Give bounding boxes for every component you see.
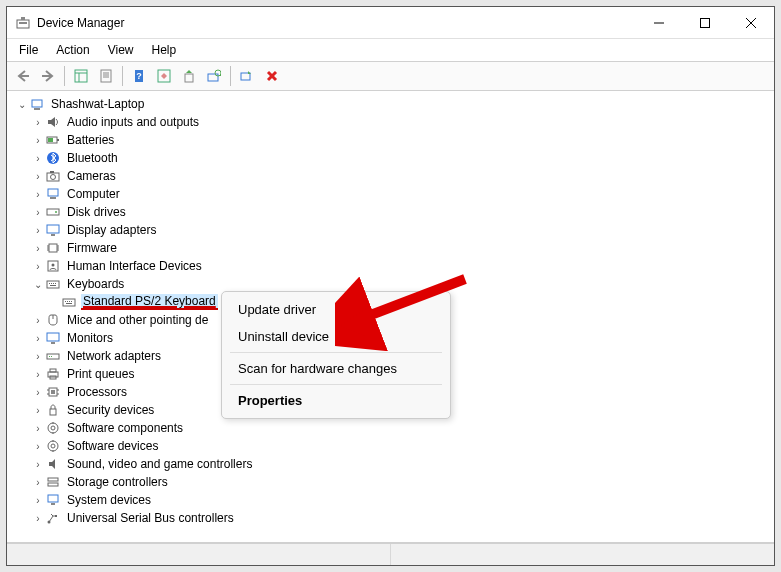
- tree-category-row[interactable]: › Batteries: [31, 131, 772, 149]
- menu-help[interactable]: Help: [144, 41, 185, 59]
- tree-category-row[interactable]: › Cameras: [31, 167, 772, 185]
- expand-icon[interactable]: ›: [31, 513, 45, 524]
- svg-rect-36: [50, 197, 56, 199]
- svg-rect-19: [185, 74, 193, 82]
- show-hide-console-button[interactable]: [69, 64, 93, 88]
- window-title: Device Manager: [37, 16, 124, 30]
- expand-icon[interactable]: ›: [31, 387, 45, 398]
- context-update-driver[interactable]: Update driver: [222, 296, 450, 323]
- tree-label[interactable]: Bluetooth: [65, 151, 120, 165]
- svg-rect-23: [241, 73, 250, 80]
- tree-category-row[interactable]: › Bluetooth: [31, 149, 772, 167]
- close-button[interactable]: [728, 7, 774, 38]
- tree-label[interactable]: Cameras: [65, 169, 118, 183]
- scan-hardware-button[interactable]: [202, 64, 226, 88]
- status-cell: [391, 544, 774, 565]
- expand-icon[interactable]: ⌄: [31, 279, 45, 290]
- expand-icon[interactable]: ›: [31, 207, 45, 218]
- svg-point-83: [51, 444, 55, 448]
- tree-label[interactable]: Network adapters: [65, 349, 163, 363]
- menu-action[interactable]: Action: [48, 41, 97, 59]
- back-button[interactable]: [11, 64, 35, 88]
- tree-label[interactable]: System devices: [65, 493, 153, 507]
- svg-rect-51: [49, 283, 50, 284]
- device-tree[interactable]: ⌄ Shashwat-Laptop › Audio inputs and out…: [7, 91, 774, 543]
- menu-file[interactable]: File: [11, 41, 46, 59]
- tree-category-row[interactable]: › System devices: [31, 491, 772, 509]
- tree-label[interactable]: Keyboards: [65, 277, 126, 291]
- tree-label[interactable]: Mice and other pointing de: [65, 313, 210, 327]
- enable-device-button[interactable]: [235, 64, 259, 88]
- expand-icon[interactable]: ›: [31, 117, 45, 128]
- expand-icon[interactable]: ›: [31, 171, 45, 182]
- help-button[interactable]: ?: [127, 64, 151, 88]
- expand-icon[interactable]: ›: [31, 459, 45, 470]
- expand-icon[interactable]: ›: [31, 477, 45, 488]
- device-icon: [45, 402, 61, 418]
- tree-category-row[interactable]: › Firmware: [31, 239, 772, 257]
- expand-icon[interactable]: ›: [31, 315, 45, 326]
- tree-label[interactable]: Monitors: [65, 331, 115, 345]
- collapse-icon[interactable]: ⌄: [15, 99, 29, 110]
- tree-category-row[interactable]: › Software devices: [31, 437, 772, 455]
- tree-label[interactable]: Batteries: [65, 133, 116, 147]
- tree-label[interactable]: Processors: [65, 385, 129, 399]
- tree-label[interactable]: Audio inputs and outputs: [65, 115, 201, 129]
- context-properties[interactable]: Properties: [222, 387, 450, 414]
- menu-view[interactable]: View: [100, 41, 142, 59]
- tree-label[interactable]: Standard PS/2 Keyboard: [81, 294, 218, 310]
- tree-label[interactable]: Human Interface Devices: [65, 259, 204, 273]
- expand-icon[interactable]: ›: [31, 189, 45, 200]
- context-scan-hardware[interactable]: Scan for hardware changes: [222, 355, 450, 382]
- forward-button[interactable]: [36, 64, 60, 88]
- expand-icon[interactable]: ›: [31, 441, 45, 452]
- title-bar: Device Manager: [7, 7, 774, 39]
- expand-icon[interactable]: ›: [31, 369, 45, 380]
- expand-icon[interactable]: ›: [31, 243, 45, 254]
- expand-icon[interactable]: ›: [31, 135, 45, 146]
- tree-label[interactable]: Security devices: [65, 403, 156, 417]
- tree-category-row[interactable]: › Audio inputs and outputs: [31, 113, 772, 131]
- expand-icon[interactable]: ›: [31, 405, 45, 416]
- status-bar: [7, 543, 774, 565]
- expand-icon[interactable]: ›: [31, 351, 45, 362]
- expand-icon[interactable]: ›: [31, 333, 45, 344]
- maximize-button[interactable]: [682, 7, 728, 38]
- tree-category-row[interactable]: › Sound, video and game controllers: [31, 455, 772, 473]
- action-button[interactable]: [152, 64, 176, 88]
- tree-label[interactable]: Print queues: [65, 367, 136, 381]
- tree-label[interactable]: Disk drives: [65, 205, 128, 219]
- tree-category-row[interactable]: › Software components: [31, 419, 772, 437]
- uninstall-device-button[interactable]: [260, 64, 284, 88]
- expand-icon[interactable]: ›: [31, 495, 45, 506]
- tree-category-row[interactable]: › Disk drives: [31, 203, 772, 221]
- tree-category-row[interactable]: › Storage controllers: [31, 473, 772, 491]
- tree-category-row[interactable]: › Human Interface Devices: [31, 257, 772, 275]
- svg-rect-77: [50, 409, 56, 415]
- tree-category-row[interactable]: › Computer: [31, 185, 772, 203]
- tree-category-row[interactable]: › Display adapters: [31, 221, 772, 239]
- tree-label[interactable]: Universal Serial Bus controllers: [65, 511, 236, 525]
- tree-label[interactable]: Software components: [65, 421, 185, 435]
- properties-button[interactable]: [94, 64, 118, 88]
- tree-label[interactable]: Storage controllers: [65, 475, 170, 489]
- context-uninstall-device[interactable]: Uninstall device: [222, 323, 450, 350]
- svg-point-38: [55, 211, 57, 213]
- minimize-button[interactable]: [636, 7, 682, 38]
- expand-icon[interactable]: ›: [31, 153, 45, 164]
- tree-label[interactable]: Display adapters: [65, 223, 158, 237]
- tree-category-row[interactable]: › Universal Serial Bus controllers: [31, 509, 772, 527]
- svg-rect-57: [65, 301, 66, 302]
- tree-root-node[interactable]: ⌄ Shashwat-Laptop: [15, 95, 772, 113]
- tree-label[interactable]: Sound, video and game controllers: [65, 457, 254, 471]
- svg-rect-91: [55, 515, 57, 517]
- tree-label[interactable]: Firmware: [65, 241, 119, 255]
- update-driver-button[interactable]: [177, 64, 201, 88]
- svg-rect-34: [50, 171, 54, 173]
- expand-icon[interactable]: ›: [31, 225, 45, 236]
- expand-icon[interactable]: ›: [31, 423, 45, 434]
- expand-icon[interactable]: ›: [31, 261, 45, 272]
- tree-label[interactable]: Computer: [65, 187, 122, 201]
- root-label[interactable]: Shashwat-Laptop: [49, 97, 146, 111]
- tree-label[interactable]: Software devices: [65, 439, 160, 453]
